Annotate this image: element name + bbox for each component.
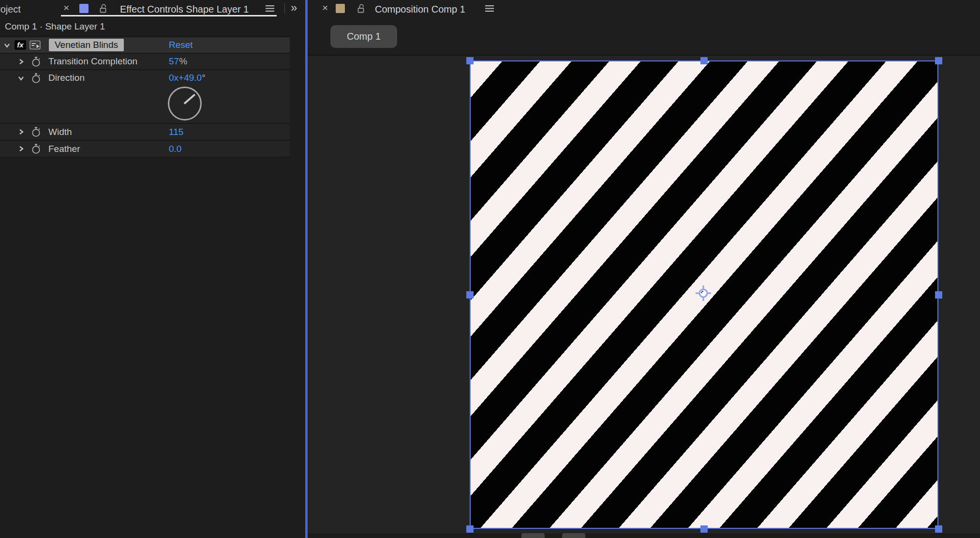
handle-bottom-center[interactable] — [700, 525, 708, 533]
effect-controls-panel: roject × Effect Controls Shape Layer 1 »… — [0, 0, 305, 538]
property-row-transition-completion: Transition Completion 57% — [0, 54, 290, 69]
handle-bottom-right[interactable] — [935, 525, 942, 533]
stopwatch-icon[interactable] — [31, 143, 41, 156]
property-value[interactable]: 0x+49.0° — [169, 70, 206, 86]
property-row-direction: Direction 0x+49.0° — [0, 70, 290, 86]
panel-menu-icon[interactable] — [265, 5, 275, 12]
value-suffix: ° — [202, 73, 206, 83]
overflow-panels-icon[interactable]: » — [291, 2, 296, 13]
chevron-right-icon[interactable] — [18, 146, 24, 152]
tab-project-partial[interactable]: roject — [0, 4, 21, 15]
composition-panel: × Composition Comp 1 Comp 1 — [308, 0, 980, 538]
property-value[interactable]: 57% — [169, 54, 187, 69]
property-value[interactable]: 0.0 — [169, 141, 181, 157]
direction-dial[interactable] — [168, 87, 202, 120]
property-label: Direction — [48, 70, 85, 86]
close-panel-icon[interactable]: × — [63, 3, 69, 13]
viewport-bottom-chrome — [308, 534, 980, 538]
property-value[interactable]: 115 — [169, 124, 183, 140]
property-label: Transition Completion — [48, 54, 137, 69]
close-panel-icon[interactable]: × — [322, 3, 328, 13]
effect-badge-icon — [30, 40, 42, 52]
property-label: Width — [48, 124, 72, 140]
effect-name-selected[interactable]: Venetian Blinds — [49, 39, 124, 51]
handle-top-right[interactable] — [935, 57, 942, 64]
handle-top-center[interactable] — [700, 57, 708, 64]
direction-dial-needle — [184, 94, 195, 105]
chevron-right-icon[interactable] — [18, 129, 24, 135]
after-effects-window: { "effect_controls": { "ghost_tab_label"… — [0, 0, 980, 538]
tab-effect-controls[interactable]: Effect Controls Shape Layer 1 — [120, 4, 249, 15]
handle-top-left[interactable] — [466, 57, 474, 64]
direction-dial-block — [0, 86, 290, 123]
stopwatch-icon[interactable] — [31, 56, 41, 69]
fx-toggle-icon[interactable]: fx — [15, 40, 26, 50]
tabbar-separator — [284, 3, 285, 14]
breadcrumb: Comp 1 · Shape Layer 1 — [5, 21, 105, 32]
anchor-point-icon[interactable] — [695, 284, 712, 302]
handle-middle-right[interactable] — [935, 291, 942, 299]
tab-composition[interactable]: Composition Comp 1 — [375, 4, 465, 15]
panel-color-chip — [79, 4, 89, 13]
viewer-mini-button[interactable] — [521, 533, 545, 538]
unlock-icon[interactable] — [99, 3, 107, 14]
viewer-mini-button[interactable] — [562, 533, 585, 538]
active-tab-underline — [61, 15, 277, 16]
composition-viewport — [308, 55, 980, 535]
reset-effect-link[interactable]: Reset — [169, 37, 193, 53]
chevron-down-icon[interactable] — [4, 42, 10, 48]
unlock-icon[interactable] — [357, 3, 365, 14]
stopwatch-icon[interactable] — [31, 73, 41, 86]
viewer-tab-comp1[interactable]: Comp 1 — [330, 25, 397, 48]
effect-header-row[interactable]: fx Venetian Blinds Reset — [0, 37, 290, 53]
property-label: Feather — [48, 141, 80, 157]
stopwatch-icon[interactable] — [31, 126, 41, 139]
handle-middle-left[interactable] — [466, 291, 474, 299]
chevron-down-icon[interactable] — [18, 75, 24, 81]
handle-bottom-left[interactable] — [466, 525, 474, 533]
property-row-width: Width 115 — [0, 124, 290, 140]
panel-color-chip — [336, 4, 345, 13]
chevron-right-icon[interactable] — [18, 59, 24, 65]
property-row-feather: Feather 0.0 — [0, 141, 290, 157]
panel-menu-icon[interactable] — [485, 5, 494, 12]
value-suffix: % — [179, 56, 187, 66]
divider-line — [0, 157, 290, 158]
